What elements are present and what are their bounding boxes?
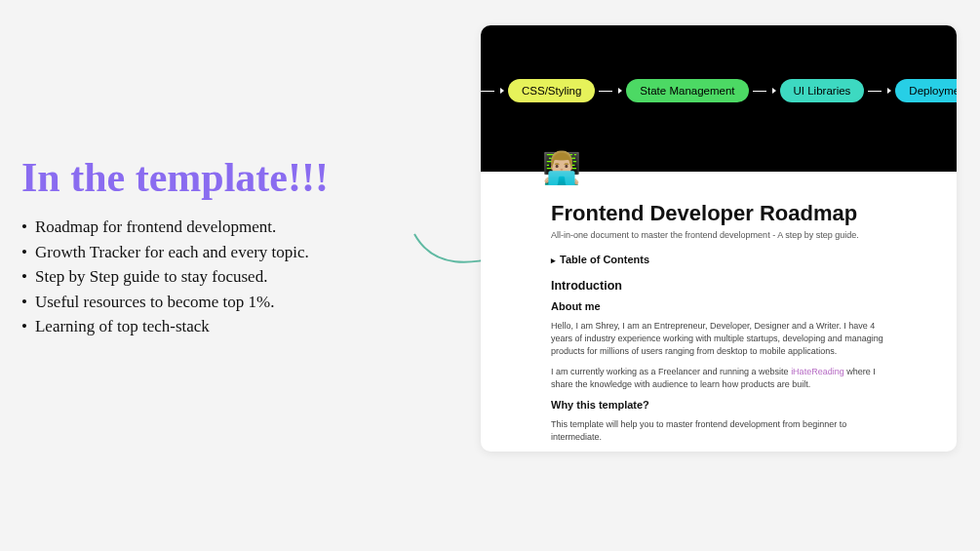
left-column: In the template!!! Roadmap for frontend … [21, 154, 431, 339]
paragraph-about-2: I am currently working as a Freelancer a… [551, 366, 886, 391]
page-subtitle: All-in-one document to master the fronte… [551, 230, 886, 240]
list-item: Step by Step guide to stay focused. [21, 264, 431, 290]
list-item: Learning of top tech-stack [21, 314, 431, 339]
paragraph-about-1: Hello, I am Shrey, I am an Entrepreneur,… [551, 320, 886, 358]
roadmap-flow: CSS/Styling State Management UI Librarie… [481, 76, 957, 105]
text-span: I am currently working as a Freelancer a… [551, 367, 791, 376]
heading-why-template: Why this template? [551, 399, 886, 411]
heading-about-me: About me [551, 300, 886, 312]
promo-heading: In the template!!! [21, 154, 431, 201]
list-item: Useful resources to become top 1%. [21, 290, 431, 315]
document-body: Frontend Developer Roadmap All-in-one do… [481, 172, 957, 452]
flow-arrow-icon [481, 88, 508, 94]
flow-arrow-icon [864, 88, 895, 94]
flow-node-ui: UI Libraries [780, 79, 865, 102]
heading-introduction: Introduction [551, 279, 886, 293]
template-preview-card: CSS/Styling State Management UI Librarie… [481, 25, 957, 452]
page-title: Frontend Developer Roadmap [551, 201, 886, 226]
flow-node-state: State Management [626, 79, 748, 102]
promo-bullet-list: Roadmap for frontend development. Growth… [21, 215, 431, 339]
list-item: Roadmap for frontend development. [21, 215, 431, 240]
flow-arrow-icon [595, 88, 626, 94]
caret-right-icon: ▸ [551, 256, 556, 265]
flow-node-css: CSS/Styling [508, 79, 595, 102]
ihatereading-link[interactable]: iHateReading [791, 367, 844, 376]
paragraph-why-1: This template will help you to master fr… [551, 418, 886, 444]
flow-node-deploy: Deployments [895, 79, 957, 102]
flow-arrow-icon [749, 88, 780, 94]
list-item: Growth Tracker for each and every topic. [21, 240, 431, 265]
toc-toggle[interactable]: ▸Table of Contents [551, 254, 886, 265]
page-emoji-icon: 👨🏼‍💻 [542, 152, 583, 193]
toc-label: Table of Contents [560, 254, 649, 265]
